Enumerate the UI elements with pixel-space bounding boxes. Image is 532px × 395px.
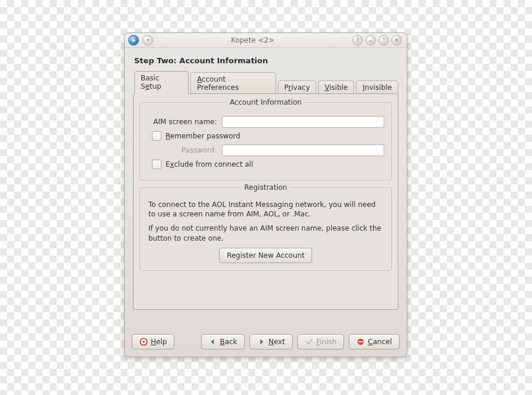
row-screen-name: AIM screen name: [147,116,384,128]
dialog-window: ✦ • Kopete <2> ? ⌄ ⌃ × Step Two: Account… [124,33,407,357]
tab-label: Visible [325,83,348,92]
row-exclude-connect-all[interactable]: Exclude from connect all [152,160,384,169]
minimize-button[interactable]: ⌄ [365,35,376,46]
button-label: Help [151,338,167,346]
help-icon [140,338,148,346]
arrow-left-icon [209,338,217,346]
tab-basic-setup[interactable]: Basic Setup [134,71,189,94]
register-new-account-button[interactable]: Register New Account [219,248,313,263]
group-registration: Registration To connect to the AOL Insta… [140,187,392,271]
finish-button: Finish [297,334,344,349]
back-button[interactable]: Back [201,334,245,349]
button-label: Register New Account [227,251,305,260]
tab-visible[interactable]: Visible [318,80,354,95]
content-area: Step Two: Account Information Basic Setu… [125,48,407,329]
pin-button[interactable]: • [142,35,153,46]
registration-text-1: To connect to the AOL Instant Messaging … [148,200,383,219]
check-icon [305,338,313,346]
close-button[interactable]: × [391,35,402,46]
tab-label: Account Preferences [197,75,239,92]
arrow-right-icon [257,338,265,346]
group-legend: Account Information [140,98,391,106]
exclude-connect-all-label: Exclude from connect all [166,160,253,169]
wizard-button-bar: Help Back Next Finish Cancel [125,329,407,357]
group-account-information: Account Information AIM screen name: Rem… [140,102,392,180]
tab-bar: Basic Setup Account Preferences Privacy … [133,71,398,94]
help-button[interactable]: Help [132,334,174,349]
app-icon: ✦ [128,35,139,46]
row-password: Password: [147,144,384,156]
svg-rect-3 [358,341,363,342]
cancel-icon [356,338,365,346]
row-remember-password[interactable]: Remember password [152,131,384,141]
window-title: Kopete <2> [154,36,351,44]
remember-password-checkbox[interactable] [152,131,161,141]
button-label: Back [220,338,237,346]
password-label: Password: [147,146,217,154]
tab-privacy[interactable]: Privacy [278,80,316,95]
registration-text-2: If you do not currently have an AIM scre… [148,224,383,242]
button-label: Cancel [368,338,392,346]
tab-pane-basic-setup: Account Information AIM screen name: Rem… [133,93,398,310]
screen-name-label: AIM screen name: [147,118,217,126]
password-input [222,144,384,156]
next-button[interactable]: Next [249,334,293,349]
tab-invisible[interactable]: Invisible [356,80,398,95]
remember-password-label: Remember password [166,132,241,140]
page-title: Step Two: Account Information [134,56,397,65]
tab-label: Invisible [362,83,392,92]
button-label: Next [268,338,285,346]
tab-label: Privacy [284,83,310,92]
maximize-button[interactable]: ⌃ [378,35,389,46]
svg-point-1 [142,341,145,343]
group-legend: Registration [140,183,391,192]
button-label: Finish [316,338,336,346]
tab-label: Basic Setup [141,74,161,90]
tab-account-preferences[interactable]: Account Preferences [190,72,275,95]
screen-name-input[interactable] [222,116,384,128]
cancel-button[interactable]: Cancel [349,334,400,349]
titlebar: ✦ • Kopete <2> ? ⌄ ⌃ × [125,33,407,48]
exclude-connect-all-checkbox[interactable] [152,160,161,169]
help-titlebar-button[interactable]: ? [352,35,363,46]
